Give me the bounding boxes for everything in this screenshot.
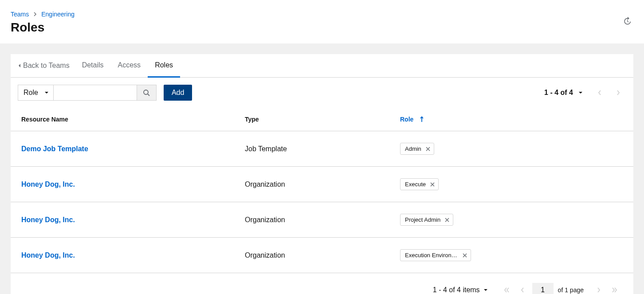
- close-icon[interactable]: [445, 218, 449, 222]
- back-to-teams-link[interactable]: Back to Teams: [18, 55, 75, 77]
- items-count-text: 1 - 4 of 4 items: [433, 286, 480, 294]
- table-row: Honey Dog, Inc.OrganizationExecution Env…: [11, 238, 633, 273]
- breadcrumb: Teams Engineering: [11, 11, 633, 18]
- first-page-button[interactable]: [499, 282, 514, 294]
- chevron-right-icon: [616, 90, 620, 96]
- caret-down-icon: [44, 91, 49, 94]
- history-icon[interactable]: [623, 17, 632, 26]
- th-role-label: Role: [400, 116, 413, 123]
- search-button[interactable]: [137, 85, 157, 101]
- type-cell: Organization: [245, 251, 400, 259]
- resource-link[interactable]: Demo Job Template: [21, 145, 88, 153]
- chevron-right-icon: [597, 287, 601, 293]
- table-row: Honey Dog, Inc.OrganizationProject Admin: [11, 202, 633, 238]
- th-role-sort[interactable]: Role: [400, 116, 424, 123]
- filter-type-select[interactable]: Role: [18, 85, 54, 101]
- resource-link[interactable]: Honey Dog, Inc.: [21, 216, 75, 223]
- resource-link[interactable]: Honey Dog, Inc.: [21, 180, 75, 188]
- footer-pagination: 1 - 4 of 4 items of 1 page: [11, 273, 633, 294]
- th-type: Type: [245, 116, 400, 123]
- caret-left-icon: [18, 63, 21, 68]
- next-page-button[interactable]: [610, 85, 626, 101]
- back-link-label: Back to Teams: [23, 62, 70, 70]
- sort-ascending-icon: [420, 116, 424, 122]
- svg-point-0: [144, 90, 148, 94]
- caret-down-icon[interactable]: [483, 288, 488, 292]
- role-chip-label: Execute: [405, 181, 426, 188]
- page-title: Roles: [11, 20, 633, 35]
- table-row: Honey Dog, Inc.OrganizationExecute: [11, 167, 633, 202]
- page-number-input[interactable]: [532, 283, 554, 294]
- roles-table: Resource Name Type Role Demo Job Templat…: [11, 108, 633, 273]
- role-chip: Project Admin: [400, 214, 453, 226]
- tabs: Back to Teams Details Access Roles: [11, 54, 633, 78]
- prev-page-button[interactable]: [514, 282, 530, 294]
- breadcrumb-link-teams[interactable]: Teams: [11, 11, 29, 18]
- search-icon: [143, 89, 150, 96]
- type-cell: Organization: [245, 216, 400, 224]
- caret-down-icon[interactable]: [578, 91, 583, 94]
- tab-roles[interactable]: Roles: [148, 54, 180, 78]
- role-chip-label: Project Admin: [405, 216, 440, 223]
- filter-select-label: Role: [24, 89, 38, 97]
- filter-group: Role: [18, 85, 157, 101]
- close-icon[interactable]: [426, 147, 430, 151]
- tab-details[interactable]: Details: [75, 54, 111, 78]
- table-row: Demo Job TemplateJob TemplateAdmin: [11, 131, 633, 167]
- chevron-right-icon: [33, 12, 37, 16]
- breadcrumb-link-engineering[interactable]: Engineering: [41, 11, 75, 18]
- chevron-left-icon: [597, 90, 602, 96]
- role-chip-label: Execution Environme…: [405, 252, 458, 259]
- next-page-button[interactable]: [591, 282, 607, 294]
- filter-input[interactable]: [54, 85, 137, 101]
- top-pagination-text: 1 - 4 of 4: [544, 89, 573, 97]
- svg-line-1: [148, 94, 149, 96]
- th-resource-name: Resource Name: [21, 116, 245, 123]
- prev-page-button[interactable]: [592, 85, 608, 101]
- type-cell: Job Template: [245, 145, 400, 153]
- role-chip: Execute: [400, 178, 439, 190]
- type-cell: Organization: [245, 180, 400, 188]
- chevron-double-left-icon: [503, 287, 510, 293]
- tab-access[interactable]: Access: [111, 54, 148, 78]
- add-button[interactable]: Add: [164, 85, 192, 101]
- total-pages-text: of 1 page: [558, 286, 584, 294]
- chevron-left-icon: [520, 287, 525, 293]
- role-chip-label: Admin: [405, 145, 421, 152]
- chevron-double-right-icon: [612, 287, 618, 293]
- close-icon[interactable]: [463, 253, 467, 258]
- last-page-button[interactable]: [607, 282, 623, 294]
- role-chip: Admin: [400, 143, 434, 155]
- resource-link[interactable]: Honey Dog, Inc.: [21, 251, 75, 259]
- table-header: Resource Name Type Role: [11, 108, 633, 131]
- toolbar: Role Add 1 - 4 of 4: [11, 78, 633, 108]
- close-icon[interactable]: [430, 182, 435, 187]
- role-chip: Execution Environme…: [400, 249, 471, 261]
